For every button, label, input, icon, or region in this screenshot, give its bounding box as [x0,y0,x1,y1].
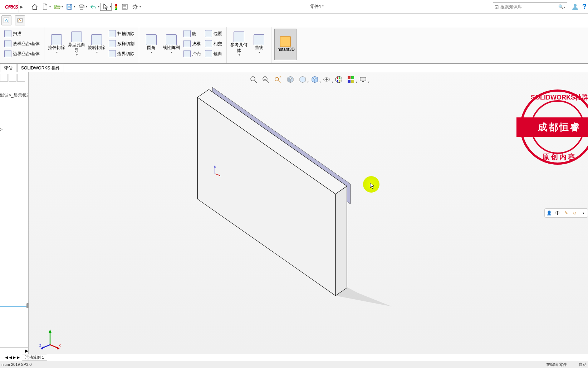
shell-button[interactable]: 抽壳 [182,49,202,59]
lofted-boss-button[interactable]: 放样凸台/基体 [3,39,41,49]
hole-wizard-label: 异型孔向导 [68,42,85,53]
svg-point-19 [264,78,266,80]
home-icon[interactable] [31,3,39,11]
previous-view-icon[interactable] [273,74,283,84]
rib-label: 筋 [192,31,196,37]
view-orientation-icon[interactable]: ▾ [297,74,307,84]
extruded-cut-label: 拉伸切除 [48,45,65,51]
panel-scroll-right[interactable]: ▶ [0,347,28,354]
panel-divider [0,306,27,307]
swept-cut-button[interactable]: 扫描切除 [107,29,136,39]
settings-gear-icon[interactable]: ▾ [129,3,141,11]
draft-label: 拔模 [192,41,201,47]
save-icon[interactable]: ▾ [64,3,75,11]
feature-ribbon: 扫描 放样凸台/基体 边界凸台/基体 拉伸切除▾ 异型孔向导▾ 旋转切除▾ 扫描… [0,27,588,64]
user-account-icon[interactable] [572,3,579,11]
document-title: 零件4 * [141,4,493,10]
section-view-icon[interactable] [285,74,295,84]
macro-btn-1[interactable] [1,15,11,25]
open-file-icon[interactable]: ▾ [52,3,63,11]
revolved-cut-button[interactable]: 旋转切除▾ [87,29,106,60]
extruded-cut-button[interactable]: 拉伸切除▾ [47,29,66,60]
linear-pattern-button[interactable]: 线性阵列▾ [162,29,181,60]
apply-scene-icon[interactable]: ▾ [346,74,356,84]
watermark-stamp: SOLIDWORKS社群 成都恒睿 原创内容 [520,89,588,168]
mirror-button[interactable]: 镜向 [204,49,224,59]
display-style-icon[interactable]: ▾ [309,74,319,84]
macro-btn-2[interactable] [15,15,25,25]
wrap-label: 包覆 [214,31,222,37]
boundary-boss-button[interactable]: 边界凸台/基体 [3,49,41,59]
display-state-label: 默认>_显示状态 [0,92,28,98]
intersect-button[interactable]: 相交 [204,39,224,49]
edit-appearance-icon[interactable] [334,74,344,84]
tab-nav-arrows[interactable]: ◀ ◀ ▶ ▶ [4,355,21,360]
svg-rect-32 [348,80,351,83]
tab-evaluate[interactable]: 评估 [0,64,16,72]
logo-flyout-arrow[interactable]: ▶ [19,1,24,13]
zoom-fit-icon[interactable] [249,74,259,84]
svg-point-21 [275,77,279,81]
hole-wizard-button[interactable]: 异型孔向导▾ [67,29,86,60]
options-list-icon[interactable] [121,3,129,11]
help-icon[interactable]: ? [582,3,587,11]
fillet-button[interactable]: 圆角▾ [142,29,161,60]
curves-button[interactable]: 曲线▾ [250,29,268,60]
svg-rect-1 [68,7,71,9]
rib-button[interactable]: 筋 [182,29,202,39]
svg-point-13 [574,4,577,7]
status-editing: 在编辑 零件 [546,362,567,367]
svg-point-24 [325,78,328,81]
new-file-icon[interactable]: ▾ [39,3,51,11]
linear-pattern-label: 线性阵列 [163,45,180,51]
draft-button[interactable]: 拔模 [182,39,202,49]
panel-tab-2[interactable] [9,74,16,82]
svg-marker-45 [219,174,221,176]
svg-rect-30 [348,76,351,79]
motion-study-tabs: ◀ ◀ ▶ ▶ 运动算例 1 [0,354,588,361]
panel-tab-1[interactable] [0,74,8,82]
svg-text:Y: Y [49,329,51,329]
lofted-cut-button[interactable]: 放样切割 [107,39,136,49]
svg-point-18 [263,77,267,81]
float-more-icon[interactable]: › [580,209,587,217]
svg-point-12 [134,5,136,8]
motion-study-tab[interactable]: 运动算例 1 [22,354,47,361]
svg-rect-3 [80,4,83,5]
status-auto: 自动 [579,362,587,367]
boundary-cut-button[interactable]: 边界切除 [107,49,136,59]
wrap-button[interactable]: 包覆 [204,29,224,39]
svg-text:X: X [59,344,61,347]
stamp-band-text: 成都恒睿 [516,117,588,137]
swept-boss-button[interactable]: 扫描 [3,29,41,39]
svg-rect-15 [18,19,23,22]
float-ime-icon[interactable]: 中 [554,209,561,217]
select-tool-icon[interactable]: ▾ [100,3,112,11]
hide-show-icon[interactable]: ▾ [322,74,332,84]
svg-line-20 [267,81,269,83]
curves-label: 曲线 [255,45,263,51]
graphics-viewport[interactable]: ▾ ▾ ▾ ▾ ▾ [29,72,588,354]
tab-addins[interactable]: SOLIDWORKS 插件 [17,64,64,72]
macro-toolbar [0,14,588,27]
svg-point-26 [337,77,338,79]
origin-triad-icon [211,165,222,176]
instant3d-button[interactable]: Instant3D [274,29,297,60]
search-input[interactable] [500,4,557,9]
print-icon[interactable]: ▾ [76,3,87,11]
search-magnifier-icon[interactable]: 🔍▾ [557,4,567,9]
lofted-cut-label: 放样切割 [117,41,134,47]
float-user-icon[interactable]: 👤 [545,209,553,217]
reference-geometry-button[interactable]: 参考几何体▾ [230,29,248,60]
view-settings-icon[interactable]: ▾ [358,74,368,84]
panel-tab-3[interactable] [17,74,25,82]
search-box[interactable]: ◲ 🔍▾ [493,3,567,11]
main-area: 默认>_显示状态 > ▶ ▾ ▾ ▾ ▾ ▾ [0,72,588,354]
zoom-area-icon[interactable] [261,74,271,84]
model-solid[interactable] [197,87,418,316]
float-emoji-icon[interactable]: ☺ [571,209,578,217]
undo-icon[interactable]: ▾ [88,3,99,11]
float-edit-icon[interactable]: ✎ [563,209,570,217]
rebuild-icon[interactable] [112,3,120,11]
svg-marker-47 [49,329,52,333]
